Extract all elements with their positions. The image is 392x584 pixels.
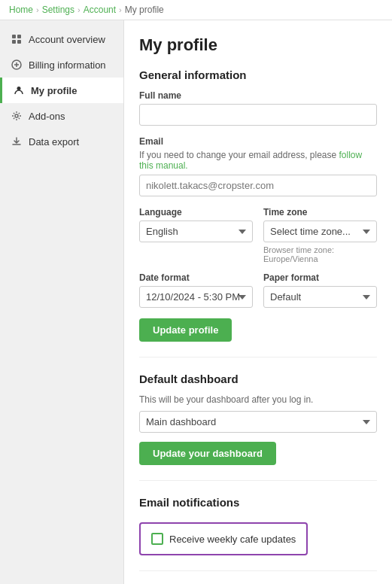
default-dashboard-section: Default dashboard This will be your dash… [139, 373, 377, 465]
billing-icon [11, 59, 23, 71]
update-dashboard-button[interactable]: Update your dashboard [139, 442, 276, 465]
sidebar: Account overview Billing information My … [0, 20, 124, 584]
svg-rect-0 [12, 35, 16, 38]
paper-format-select[interactable]: Default [263, 286, 377, 308]
divider1 [139, 357, 377, 357]
full-name-group: Full name [139, 90, 377, 126]
sidebar-item-addons[interactable]: Add-ons [0, 103, 123, 129]
update-profile-button[interactable]: Update profile [139, 318, 232, 342]
sidebar-item-label: Account overview [29, 34, 105, 45]
timezone-select[interactable]: Select time zone... [263, 221, 377, 242]
breadcrumb-sep1: › [36, 5, 39, 14]
sidebar-item-label: Data export [29, 136, 79, 148]
email-group: Email If you need to change your email a… [139, 136, 377, 196]
svg-point-8 [15, 114, 18, 117]
breadcrumb-home[interactable]: Home [9, 5, 33, 15]
svg-rect-1 [17, 35, 21, 38]
main-content: My profile General information Full name… [124, 20, 392, 584]
browser-tz: Browser time zone: Europe/Vienna [263, 245, 377, 263]
email-notif-box: Receive weekly cafe updates [139, 522, 308, 555]
email-notifications-section: Email notifications Receive weekly cafe … [139, 496, 377, 555]
language-col: Language English [139, 207, 253, 263]
sidebar-item-label: My profile [31, 85, 77, 96]
weekly-updates-label: Receive weekly cafe updates [169, 534, 296, 545]
divider2 [139, 480, 377, 481]
timezone-col: Time zone Select time zone... Browser ti… [263, 207, 377, 263]
general-info-title: General information [139, 68, 377, 81]
sidebar-item-label: Add-ons [29, 111, 65, 122]
download-icon [11, 135, 23, 148]
svg-rect-3 [17, 40, 21, 44]
page-title: My profile [139, 35, 377, 55]
language-timezone-row: Language English Time zone Select time z… [139, 207, 377, 263]
divider3 [139, 570, 377, 571]
paper-format-label: Paper format [263, 272, 377, 283]
language-label: Language [139, 207, 253, 217]
sidebar-item-billing[interactable]: Billing information [0, 52, 123, 78]
email-notif-title: Email notifications [139, 496, 377, 509]
sidebar-item-data-export[interactable]: Data export [0, 129, 123, 154]
language-select[interactable]: English [139, 221, 253, 242]
full-name-input[interactable] [139, 104, 377, 126]
date-format-select[interactable]: 12/10/2024 - 5:30 PM [139, 286, 253, 308]
dashboard-note: This will be your dashboard after you lo… [139, 394, 377, 405]
gear-icon [11, 110, 23, 122]
breadcrumb: Home › Settings › Account › My profile [0, 0, 392, 20]
breadcrumb-sep3: › [119, 5, 122, 14]
svg-rect-2 [12, 40, 16, 44]
email-manual-link[interactable]: follow this manual. [139, 150, 362, 171]
email-input[interactable] [139, 175, 377, 196]
sidebar-item-label: Billing information [29, 59, 106, 71]
breadcrumb-sep2: › [77, 5, 81, 14]
dashboard-select[interactable]: Main dashboard [139, 411, 377, 433]
breadcrumb-current: My profile [125, 5, 164, 15]
weekly-updates-checkbox[interactable] [151, 533, 163, 545]
date-paper-row: Date format 12/10/2024 - 5:30 PM Paper f… [139, 272, 377, 308]
general-info-section: General information Full name Email If y… [139, 68, 377, 342]
date-format-label: Date format [139, 272, 253, 283]
grid-icon [11, 33, 23, 45]
sidebar-item-my-profile[interactable]: My profile [0, 78, 123, 103]
email-label: Email [139, 136, 377, 147]
sidebar-item-account-overview[interactable]: Account overview [0, 26, 123, 52]
email-note: If you need to change your email address… [139, 150, 377, 171]
layout: Account overview Billing information My … [0, 20, 392, 584]
timezone-label: Time zone [263, 207, 377, 217]
breadcrumb-account[interactable]: Account [84, 5, 116, 15]
breadcrumb-settings[interactable]: Settings [42, 5, 74, 15]
full-name-label: Full name [139, 90, 377, 101]
paper-format-col: Paper format Default [263, 272, 377, 308]
person-icon [13, 84, 25, 96]
date-format-col: Date format 12/10/2024 - 5:30 PM [139, 272, 253, 308]
default-dashboard-title: Default dashboard [139, 373, 377, 385]
